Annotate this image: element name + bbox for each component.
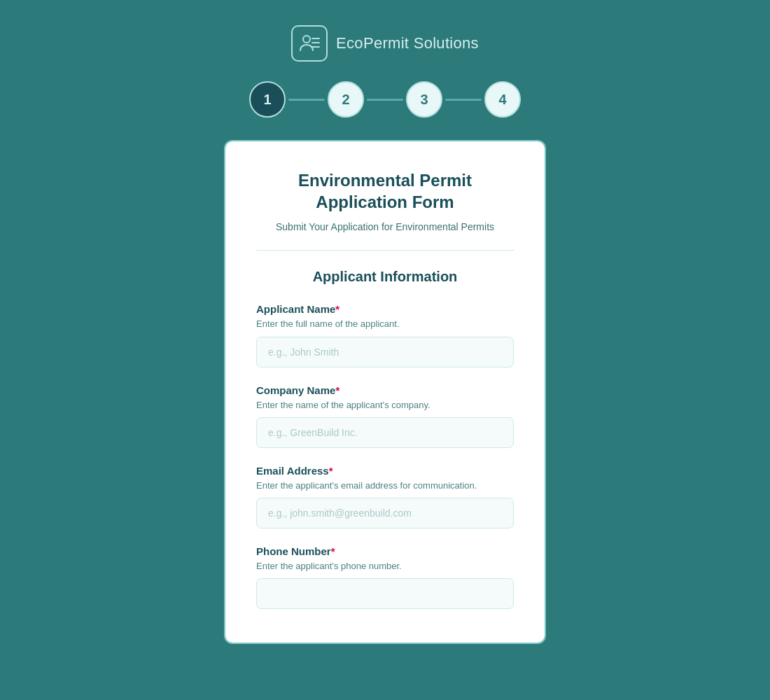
step-1[interactable]: 1	[249, 81, 286, 118]
step-2[interactable]: 2	[328, 81, 364, 118]
form-title: Environmental Permit Application Form	[256, 169, 514, 213]
field-group-email: Email Address* Enter the applicant's ema…	[256, 465, 514, 528]
label-email: Email Address*	[256, 465, 514, 477]
email-input[interactable]	[256, 498, 514, 528]
hint-applicant-name: Enter the full name of the applicant.	[256, 318, 514, 330]
divider	[256, 250, 514, 251]
step-line-1-2	[288, 99, 325, 101]
applicant-name-input[interactable]	[256, 337, 514, 368]
step-line-2-3	[367, 99, 403, 101]
company-name-input[interactable]	[256, 417, 514, 448]
form-card: Environmental Permit Application Form Su…	[224, 140, 546, 644]
label-phone: Phone Number*	[256, 545, 514, 557]
stepper: 1 2 3 4	[249, 81, 521, 118]
logo-text: EcoPermit Solutions	[336, 34, 479, 52]
hint-phone: Enter the applicant's phone number.	[256, 560, 514, 573]
section-title: Applicant Information	[256, 269, 514, 285]
header: EcoPermit Solutions	[291, 25, 479, 62]
label-company-name: Company Name*	[256, 384, 514, 396]
svg-point-0	[303, 36, 310, 43]
field-group-company-name: Company Name* Enter the name of the appl…	[256, 384, 514, 448]
hint-email: Enter the applicant's email address for …	[256, 479, 514, 492]
step-3[interactable]: 3	[406, 81, 442, 118]
form-subtitle: Submit Your Application for Environmenta…	[256, 220, 514, 234]
phone-input[interactable]	[256, 578, 514, 609]
logo-icon	[291, 25, 328, 62]
field-group-applicant-name: Applicant Name* Enter the full name of t…	[256, 303, 514, 367]
field-group-phone: Phone Number* Enter the applicant's phon…	[256, 545, 514, 609]
step-line-3-4	[445, 99, 482, 101]
step-4[interactable]: 4	[484, 81, 521, 118]
label-applicant-name: Applicant Name*	[256, 303, 514, 315]
hint-company-name: Enter the name of the applicant's compan…	[256, 399, 514, 412]
